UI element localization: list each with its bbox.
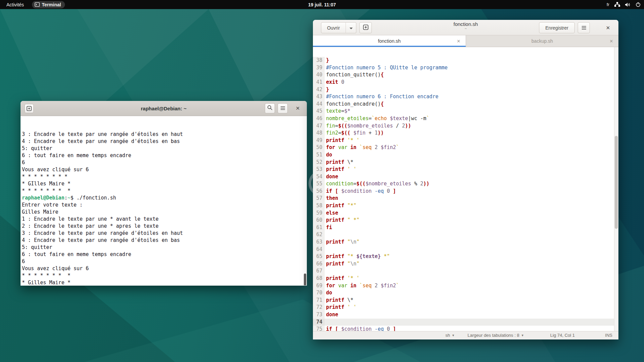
tab-backup-sh[interactable]: backup.sh ✕ bbox=[466, 35, 618, 47]
code-line-text: exit 0 bbox=[325, 79, 344, 86]
code-token: / bbox=[393, 123, 402, 129]
terminal-line: 3 : Encadre le texte par une rangée d'ét… bbox=[22, 230, 307, 237]
code-line-text: } bbox=[325, 57, 329, 64]
line-number: 49 bbox=[313, 137, 325, 144]
code-token: printf bbox=[326, 159, 347, 165]
code-token: echo bbox=[375, 115, 387, 121]
code-token bbox=[356, 144, 359, 150]
code-line-text: #Fonction numero 5 : QUitte le programme bbox=[325, 64, 448, 72]
terminal-close-button[interactable]: ✕ bbox=[293, 103, 302, 113]
code-token: do bbox=[326, 152, 332, 158]
code-token: } bbox=[326, 57, 329, 63]
system-status-area[interactable]: fr bbox=[607, 2, 641, 7]
code-line-text: fin=$(($nombre_etoiles / 2)) bbox=[325, 122, 411, 130]
language-selector[interactable]: sh ▼ bbox=[445, 333, 455, 338]
save-button[interactable]: Enregistrer bbox=[539, 22, 575, 33]
focused-app-menu[interactable]: Terminal bbox=[32, 1, 65, 8]
code-token: printf bbox=[326, 304, 347, 310]
code-token: -eq bbox=[375, 188, 384, 194]
tab-width-selector[interactable]: Largeur des tabulations : 8 ▼ bbox=[467, 333, 524, 338]
code-line: 63printf "\n" bbox=[313, 239, 618, 246]
terminal-scrollbar[interactable] bbox=[304, 274, 306, 285]
code-token: \n bbox=[350, 239, 356, 245]
code-token bbox=[335, 283, 338, 289]
code-token: [ bbox=[335, 326, 338, 331]
code-line-text: nombre_etoiles=`echo $texte|wc -m` bbox=[325, 115, 429, 122]
code-token: \* bbox=[347, 297, 353, 303]
open-button[interactable]: Ouvrir bbox=[321, 22, 346, 33]
editor-headerbar[interactable]: Ouvrir fonction.sh ~ Enregistrer ✕ bbox=[313, 20, 618, 35]
code-line: 74 bbox=[313, 319, 618, 326]
editor-statusbar: sh ▼ Largeur des tabulations : 8 ▼ Lig 7… bbox=[313, 331, 618, 339]
active-tab-underline bbox=[313, 46, 466, 47]
terminal-line: 4 : Encadre le texte par une rangée d'ét… bbox=[22, 138, 307, 145]
terminal-line: 4 : Encadre le texte par une rangée d'ét… bbox=[22, 237, 307, 244]
code-token: $fin2 bbox=[381, 283, 396, 289]
code-token: $texte bbox=[390, 115, 408, 121]
tab-width-label: Largeur des tabulations : 8 bbox=[467, 333, 519, 338]
code-line-text: printf \* bbox=[325, 297, 353, 304]
line-number: 72 bbox=[313, 304, 325, 311]
tab-close-icon[interactable]: ✕ bbox=[608, 38, 614, 44]
terminal-output[interactable]: 3 : Encadre le texte par une rangée d'ét… bbox=[21, 116, 307, 285]
terminal-line: 6 : tout faire en meme temps encadre bbox=[22, 251, 307, 258]
code-line-text: then bbox=[325, 195, 338, 202]
code-token: ` bbox=[396, 144, 399, 150]
code-line: 75if [ $condition -eq 0 ] bbox=[313, 326, 618, 331]
code-token: in bbox=[350, 283, 356, 289]
code-token: 6 : tout faire en meme temps encadre bbox=[22, 251, 131, 257]
language-label: sh bbox=[445, 333, 450, 338]
code-token: % bbox=[411, 181, 420, 187]
line-number: 40 bbox=[313, 71, 325, 79]
volume-icon bbox=[625, 2, 631, 7]
code-line-text: printf \* bbox=[325, 159, 353, 166]
code-line: 56if [ $condition -eq 0 ] bbox=[313, 188, 618, 195]
code-token: var bbox=[338, 283, 347, 289]
code-token: $* bbox=[344, 108, 350, 114]
new-document-button[interactable] bbox=[359, 22, 372, 33]
code-token: printf bbox=[326, 239, 347, 245]
code-line: 71printf \* bbox=[313, 297, 618, 304]
terminal-menu-button[interactable] bbox=[278, 103, 288, 113]
code-line-text: printf "*" bbox=[325, 202, 356, 210]
keyboard-layout-indicator[interactable]: fr bbox=[607, 2, 609, 7]
code-line: 47fin=$(($nombre_etoiles / 2)) bbox=[313, 122, 618, 130]
search-button[interactable] bbox=[265, 103, 275, 113]
code-token: * * * * * * * * bbox=[22, 273, 71, 279]
code-line-text: printf "\n" bbox=[325, 260, 359, 268]
code-token: 0 bbox=[341, 79, 344, 85]
code-token bbox=[387, 115, 390, 121]
line-number: 47 bbox=[313, 122, 325, 130]
terminal-title: raphael@Debian: ~ bbox=[21, 106, 307, 111]
tab-close-icon[interactable]: ✕ bbox=[456, 38, 462, 44]
tab-fonction-sh[interactable]: fonction.sh ✕ bbox=[313, 35, 466, 47]
code-token: ` bbox=[396, 283, 399, 289]
open-dropdown-button[interactable] bbox=[346, 22, 356, 33]
editor-scrollbar-track[interactable] bbox=[614, 47, 618, 331]
tab-label: backup.sh bbox=[532, 38, 553, 44]
code-line-text: for var in `seq 2 $fin2` bbox=[325, 144, 399, 151]
line-number: 73 bbox=[313, 311, 325, 319]
code-token: 0 bbox=[387, 188, 390, 194]
code-line: 68printf '* ' bbox=[313, 275, 618, 282]
terminal-line: 6 bbox=[22, 258, 307, 265]
terminal-app-icon bbox=[35, 2, 40, 7]
code-line-text: else bbox=[325, 210, 338, 217]
code-token: ${texte} bbox=[356, 253, 381, 259]
code-line-text: printf "* ${texte} *" bbox=[325, 253, 390, 260]
editor-scrollbar-thumb[interactable] bbox=[615, 136, 618, 229]
terminal-titlebar[interactable]: raphael@Debian: ~ ✕ bbox=[21, 101, 307, 116]
line-number: 46 bbox=[313, 115, 325, 122]
clock[interactable]: 19 juil. 11:07 bbox=[308, 2, 336, 7]
code-line-text: condition=$(($nombre_etoiles % 2)) bbox=[325, 180, 429, 188]
editor-menu-button[interactable] bbox=[578, 22, 590, 33]
code-token: = bbox=[338, 130, 341, 136]
code-line-text bbox=[325, 246, 329, 253]
code-token: seq bbox=[362, 144, 371, 150]
editor-close-button[interactable]: ✕ bbox=[603, 22, 613, 33]
line-number: 63 bbox=[313, 239, 325, 246]
code-editor-area[interactable]: 38}39#Fonction numero 5 : QUitte le prog… bbox=[313, 47, 618, 331]
terminal-line: 1 : Encadre le texte par une * avant le … bbox=[22, 216, 307, 223]
activities-button[interactable]: Activités bbox=[4, 1, 26, 8]
code-line-text: do bbox=[325, 289, 332, 297]
